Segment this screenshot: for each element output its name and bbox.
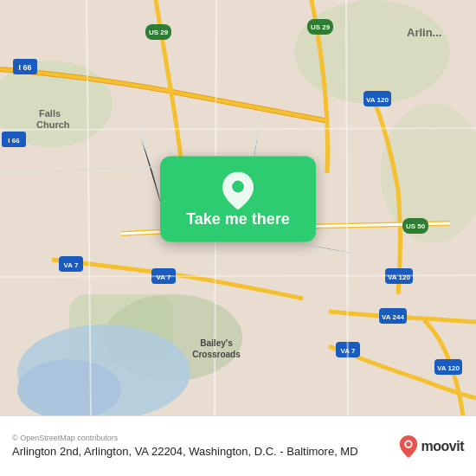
svg-text:VA 244: VA 244	[382, 313, 404, 321]
svg-text:VA 120: VA 120	[437, 364, 460, 372]
moovit-pin-icon	[399, 435, 418, 458]
moovit-logo[interactable]: moovit	[399, 435, 464, 458]
svg-text:Crossroads: Crossroads	[192, 350, 241, 359]
svg-text:US 29: US 29	[149, 29, 169, 36]
svg-text:Church: Church	[36, 119, 70, 130]
svg-text:VA 7: VA 7	[64, 261, 79, 269]
svg-point-41	[406, 441, 411, 447]
svg-text:Falls: Falls	[39, 108, 61, 119]
svg-text:I 66: I 66	[18, 63, 31, 72]
cta-label: Take me there	[186, 210, 290, 228]
svg-text:VA 7: VA 7	[157, 273, 171, 281]
take-me-there-button[interactable]: Take me there	[160, 157, 316, 242]
svg-point-2	[294, 0, 450, 104]
address-area: © OpenStreetMap contributors Arlington 2…	[12, 434, 399, 460]
svg-text:Bailey's: Bailey's	[200, 338, 233, 348]
map-pin-icon	[222, 172, 254, 210]
svg-point-39	[231, 180, 245, 194]
svg-text:I 66: I 66	[8, 137, 20, 145]
info-bar: © OpenStreetMap contributors Arlington 2…	[0, 415, 476, 476]
copyright-text: © OpenStreetMap contributors	[12, 434, 399, 442]
map-container: I 66 US 29 US 29 VA 120 VA 120 US 50 US …	[0, 0, 476, 415]
address-text: Arlington 2nd, Arlington, VA 22204, Wash…	[12, 445, 399, 460]
svg-text:Arlin...: Arlin...	[407, 26, 441, 39]
svg-text:US 50: US 50	[406, 222, 426, 230]
moovit-wordmark: moovit	[421, 439, 464, 454]
svg-text:US 29: US 29	[311, 23, 331, 31]
svg-text:VA 120: VA 120	[366, 96, 389, 104]
